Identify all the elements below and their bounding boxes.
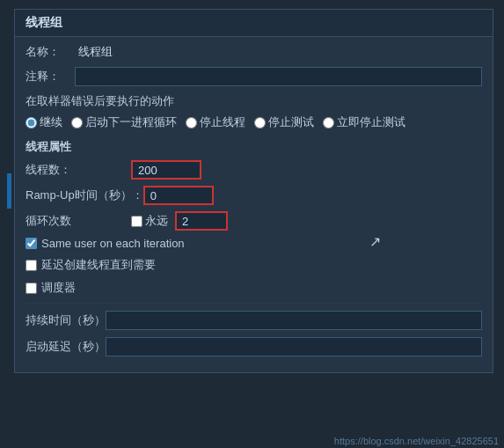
radio-next-loop-label: 启动下一进程循环	[85, 114, 177, 130]
thread-props-section: 线程数： Ramp-Up时间（秒）： 循环次数 永远	[26, 160, 482, 231]
forever-label: 永远	[145, 213, 168, 229]
same-user-row[interactable]: Same user on each iteration	[26, 237, 482, 250]
radio-next-loop[interactable]: 启动下一进程循环	[71, 114, 177, 130]
divider	[26, 303, 482, 304]
panel-title: 线程组	[15, 10, 493, 37]
thread-count-label: 线程数：	[26, 162, 131, 178]
loop-count-row: 循环次数 永远	[26, 211, 482, 231]
start-delay-input[interactable]	[106, 337, 482, 356]
thread-count-input[interactable]	[131, 160, 201, 180]
comment-input[interactable]	[75, 67, 482, 86]
error-action-radio-group: 继续 启动下一进程循环 停止线程 停止测试 立即停止测试	[26, 114, 482, 130]
radio-stop-thread-label: 停止线程	[200, 114, 245, 130]
comment-row: 注释：	[26, 67, 482, 86]
ramp-up-row: Ramp-Up时间（秒）：	[26, 186, 482, 205]
scheduler-row[interactable]: 调度器	[26, 280, 482, 296]
thread-props-title: 线程属性	[26, 139, 482, 155]
loop-count-label: 循环次数	[26, 213, 131, 229]
radio-stop-now-label: 立即停止测试	[337, 114, 405, 130]
ramp-up-label: Ramp-Up时间（秒）：	[26, 187, 143, 203]
forever-checkbox[interactable]	[131, 216, 142, 227]
name-label: 名称：	[26, 44, 69, 60]
same-user-label: Same user on each iteration	[41, 237, 185, 250]
duration-input[interactable]	[106, 311, 482, 330]
radio-continue[interactable]: 继续	[26, 114, 62, 130]
radio-continue-label: 继续	[40, 114, 62, 130]
delay-create-checkbox[interactable]	[26, 260, 37, 271]
error-action-label: 在取样器错误后要执行的动作	[26, 93, 482, 109]
start-delay-label: 启动延迟（秒）	[26, 339, 106, 355]
watermark: https://blog.csdn.net/weixin_42825651	[334, 436, 499, 446]
name-value: 线程组	[78, 44, 113, 60]
delay-create-row[interactable]: 延迟创建线程直到需要	[26, 257, 482, 273]
radio-stop-now[interactable]: 立即停止测试	[323, 114, 405, 130]
radio-stop-test[interactable]: 停止测试	[254, 114, 314, 130]
same-user-checkbox[interactable]	[26, 238, 37, 249]
comment-label: 注释：	[26, 69, 69, 84]
thread-group-panel: 线程组 名称： 线程组 注释： 在取样器错误后要执行的动作 继续	[14, 9, 493, 373]
thread-count-row: 线程数：	[26, 160, 482, 180]
duration-label: 持续时间（秒）	[26, 312, 106, 328]
radio-stop-test-label: 停止测试	[268, 114, 314, 130]
panel-body: 名称： 线程组 注释： 在取样器错误后要执行的动作 继续 启动下一进程循环	[15, 37, 493, 372]
scheduler-checkbox[interactable]	[26, 283, 37, 294]
accent-bar	[7, 173, 11, 209]
forever-checkbox-label[interactable]: 永远	[131, 213, 168, 229]
radio-stop-thread[interactable]: 停止线程	[186, 114, 245, 130]
duration-row: 持续时间（秒）	[26, 311, 482, 330]
ramp-up-input[interactable]	[143, 186, 214, 205]
scheduler-label: 调度器	[41, 280, 76, 296]
name-row: 名称： 线程组	[26, 44, 482, 60]
delay-create-label: 延迟创建线程直到需要	[41, 257, 156, 273]
loop-count-input[interactable]	[175, 211, 228, 231]
start-delay-row: 启动延迟（秒）	[26, 337, 482, 356]
